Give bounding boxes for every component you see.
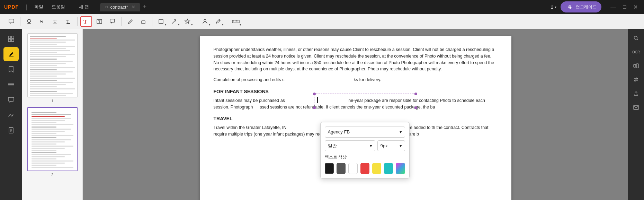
text-box-tool-button[interactable] (93, 16, 105, 27)
sidebar-bookmark-button[interactable] (3, 62, 19, 76)
teal-color-swatch[interactable] (384, 163, 393, 174)
thumbnail-page-2[interactable]: 2 (27, 107, 78, 177)
right-organize-button[interactable] (629, 60, 643, 72)
font-family-dropdown[interactable]: Agency FB ▾ (325, 127, 405, 138)
svg-text:S: S (40, 19, 43, 24)
svg-text:T: T (83, 19, 87, 25)
underline-tool-button[interactable]: U (50, 16, 61, 27)
font-style-chevron: ▾ (370, 142, 372, 149)
right-ocr-button[interactable]: OCR (629, 46, 643, 58)
color-swatches-row (325, 163, 405, 174)
maximize-button[interactable]: □ (621, 3, 628, 11)
tab-title: contract* (110, 5, 128, 10)
svg-point-15 (204, 19, 206, 21)
new-tab-label[interactable]: 새 탭 (76, 2, 92, 11)
comment-tool-button[interactable] (6, 16, 17, 27)
svg-rect-11 (110, 19, 115, 22)
star-chevron-icon: ▾ (191, 23, 193, 26)
pdf-page: Photographer understands weather, illnes… (200, 36, 511, 200)
red-color-swatch[interactable] (360, 163, 369, 174)
sidebar-layers-button[interactable] (3, 78, 19, 92)
svg-point-1 (27, 19, 31, 22)
content-area[interactable]: Photographer understands weather, illnes… (83, 29, 628, 200)
callout-tool-button[interactable] (107, 16, 118, 27)
right-convert-button[interactable] (629, 73, 643, 86)
font-family-chevron: ▾ (400, 129, 402, 136)
annotation-toolbar: S U T T ▾ ▾ ▾ ▾ ▾ ▾ (0, 14, 644, 29)
left-sidebar (0, 29, 22, 200)
toolbar-sep-6 (227, 17, 227, 26)
toolbar-sep-4 (152, 17, 152, 26)
page-navigator[interactable]: 2 ▾ (551, 5, 556, 10)
svg-point-16 (219, 19, 220, 20)
font-style-label: 일반 (328, 142, 337, 149)
thumbnail-panel: 1 (22, 29, 83, 200)
text-color-tool-button[interactable]: T (63, 16, 74, 27)
window-controls: — □ ✕ (608, 3, 640, 11)
toolbar-sep-5 (196, 17, 196, 26)
svg-text:T: T (66, 19, 69, 24)
svg-rect-23 (11, 36, 14, 38)
svg-rect-13 (159, 19, 163, 24)
user-avatar: 유 (565, 3, 574, 11)
font-size-label: 9px (381, 142, 388, 149)
eraser-tool-button[interactable] (137, 16, 149, 27)
svg-rect-30 (8, 97, 14, 101)
svg-rect-3 (28, 22, 30, 23)
sidebar-highlight-button[interactable] (3, 47, 19, 61)
sidebar-pagemanage-button[interactable] (3, 123, 19, 137)
thumbnail-page-1[interactable]: 1 (27, 33, 78, 103)
svg-rect-12 (142, 21, 145, 23)
sidebar-signature-button[interactable] (3, 108, 19, 122)
white-color-swatch[interactable] (348, 163, 357, 174)
menu-help[interactable]: 도움말 (49, 2, 68, 11)
arrow-tool-button[interactable]: ▾ (168, 16, 180, 27)
ruler-tool-button[interactable]: ▾ (230, 16, 242, 27)
black-color-swatch[interactable] (325, 163, 334, 174)
text-tool-button[interactable]: T (80, 16, 92, 27)
svg-line-14 (172, 20, 176, 24)
person-tool-button[interactable]: ▾ (199, 16, 211, 27)
right-share-button[interactable] (629, 87, 643, 100)
font-size-dropdown[interactable]: 9px ▾ (377, 140, 405, 151)
menu-file[interactable]: 파일 (32, 2, 46, 11)
active-tab[interactable]: ✂ contract* ✕ (100, 3, 140, 11)
font-style-dropdown[interactable]: 일반 ▾ (325, 140, 375, 151)
close-button[interactable]: ✕ (631, 3, 640, 11)
pen-tool-button[interactable]: ▾ (212, 16, 224, 27)
sidebar-thumbnail-button[interactable] (3, 32, 19, 46)
gray-color-swatch[interactable] (337, 163, 346, 174)
svg-rect-17 (232, 20, 239, 23)
arrow-chevron-icon: ▾ (178, 23, 180, 26)
upgrade-button[interactable]: 유 업그레이드 (561, 1, 601, 12)
tab-close-button[interactable]: ✕ (132, 5, 135, 10)
thumb-img-1 (27, 33, 78, 97)
right-mail-button[interactable] (629, 101, 643, 114)
shape-tool-button[interactable]: ▾ (155, 16, 167, 27)
toolbar-sep-2 (77, 17, 78, 26)
svg-rect-24 (8, 39, 11, 42)
shape-arrow-icon: ▾ (165, 23, 167, 26)
multi-color-swatch[interactable] (396, 163, 405, 174)
thumb-page-num-1: 1 (51, 99, 53, 103)
strikethrough-tool-button[interactable]: S (36, 16, 48, 27)
sidebar-comment-button[interactable] (3, 93, 19, 107)
thumb-page-num-2: 2 (51, 173, 53, 177)
right-search-button[interactable] (629, 32, 643, 44)
upgrade-label: 업그레이드 (576, 4, 597, 10)
person-chevron-icon: ▾ (209, 23, 211, 26)
title-right: 2 ▾ 유 업그레이드 — □ ✕ (551, 1, 640, 12)
stamp-tool-button[interactable] (23, 16, 35, 27)
pencil-tool-button[interactable] (124, 16, 136, 27)
star-tool-button[interactable]: ▾ (181, 16, 193, 27)
minimize-button[interactable]: — (608, 3, 618, 11)
new-tab-button[interactable]: + (143, 3, 147, 11)
font-size-chevron: ▾ (400, 142, 402, 149)
pen-chevron-icon: ▾ (222, 23, 224, 26)
font-style-size-row: 일반 ▾ 9px ▾ (325, 140, 405, 151)
svg-line-36 (637, 39, 638, 41)
yellow-color-swatch[interactable] (372, 163, 381, 174)
title-bar: UPDF | 파일 도움말 새 탭 ✂ contract* ✕ + 2 ▾ 유 … (0, 0, 644, 14)
svg-rect-8 (66, 23, 70, 24)
color-section-label: 텍스트 색상 (325, 154, 405, 160)
